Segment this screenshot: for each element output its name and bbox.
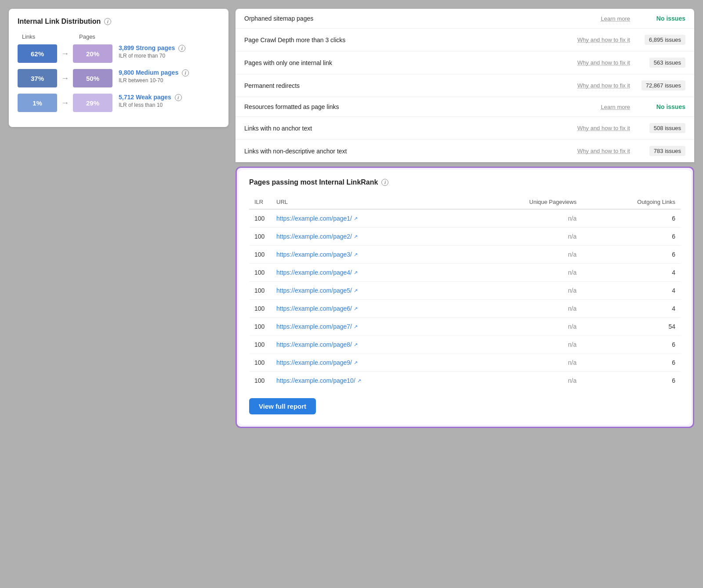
th-pageviews: Unique Pageviews — [464, 195, 582, 209]
issue-link-1[interactable]: Why and how to fix it — [542, 36, 630, 43]
lr-url-link-9[interactable]: https://example.com/page10/ ↗ — [276, 377, 459, 384]
lr-url-8[interactable]: https://example.com/page9/ ↗ — [271, 354, 464, 372]
lr-outlinks-6: 54 — [582, 318, 681, 336]
issue-row-2: Pages with only one internal link Why an… — [236, 51, 694, 74]
issue-row-6: Links with non-descriptive anchor text W… — [236, 140, 694, 162]
lr-ilr-4: 100 — [249, 282, 271, 300]
lr-outlinks-7: 6 — [582, 336, 681, 354]
lr-outlinks-2: 6 — [582, 246, 681, 264]
linkrank-title: Pages passing most Internal LinkRank i — [249, 178, 681, 186]
lr-url-link-6[interactable]: https://example.com/page7/ ↗ — [276, 323, 459, 330]
lr-url-link-3[interactable]: https://example.com/page4/ ↗ — [276, 269, 459, 276]
lr-ilr-5: 100 — [249, 300, 271, 318]
strong-pages-link[interactable]: 3,899 Strong pages i — [119, 44, 185, 52]
right-panel: Orphaned sitemap pages Learn more No iss… — [236, 9, 694, 428]
th-ilr: ILR — [249, 195, 271, 209]
issues-table: Orphaned sitemap pages Learn more No iss… — [236, 9, 694, 162]
lr-pageviews-9: n/a — [464, 372, 582, 390]
lr-url-5[interactable]: https://example.com/page6/ ↗ — [271, 300, 464, 318]
lr-url-link-1[interactable]: https://example.com/page2/ ↗ — [276, 233, 459, 240]
issue-link-6[interactable]: Why and how to fix it — [542, 148, 630, 154]
issue-name-0: Orphaned sitemap pages — [244, 15, 542, 22]
issue-row-1: Page Crawl Depth more than 3 clicks Why … — [236, 29, 694, 51]
external-link-icon: ↗ — [354, 270, 358, 276]
lr-table-row: 100https://example.com/page10/ ↗n/a6 — [249, 372, 681, 390]
lr-pageviews-4: n/a — [464, 282, 582, 300]
lr-table-row: 100https://example.com/page1/ ↗n/a6 — [249, 209, 681, 228]
external-link-icon: ↗ — [354, 324, 358, 330]
linkrank-info-icon[interactable]: i — [381, 179, 388, 186]
lr-table-row: 100https://example.com/page8/ ↗n/a6 — [249, 336, 681, 354]
lr-ilr-8: 100 — [249, 354, 271, 372]
lr-table-row: 100https://example.com/page4/ ↗n/a4 — [249, 264, 681, 282]
issue-link-2[interactable]: Why and how to fix it — [542, 59, 630, 66]
lr-ilr-1: 100 — [249, 228, 271, 246]
info-icon[interactable]: i — [104, 18, 111, 25]
lr-url-3[interactable]: https://example.com/page4/ ↗ — [271, 264, 464, 282]
pages-bar-weak: 29% — [73, 94, 112, 112]
th-url: URL — [271, 195, 464, 209]
lr-pageviews-5: n/a — [464, 300, 582, 318]
lr-url-link-2[interactable]: https://example.com/page3/ ↗ — [276, 251, 459, 258]
issue-row-0: Orphaned sitemap pages Learn more No iss… — [236, 9, 694, 29]
issue-name-1: Page Crawl Depth more than 3 clicks — [244, 36, 542, 44]
external-link-icon: ↗ — [354, 360, 358, 366]
lr-ilr-6: 100 — [249, 318, 271, 336]
issue-row-4: Resources formatted as page links Learn … — [236, 97, 694, 117]
issue-row-3: Permanent redirects Why and how to fix i… — [236, 74, 694, 97]
issue-name-4: Resources formatted as page links — [244, 103, 542, 110]
linkrank-panel: Pages passing most Internal LinkRank i I… — [239, 170, 691, 425]
issue-name-6: Links with non-descriptive anchor text — [244, 148, 542, 155]
medium-pages-link[interactable]: 9,800 Medium pages i — [119, 69, 189, 76]
strong-info-icon[interactable]: i — [178, 45, 185, 52]
medium-info-icon[interactable]: i — [182, 69, 189, 76]
issue-name-3: Permanent redirects — [244, 82, 542, 89]
lr-ilr-9: 100 — [249, 372, 271, 390]
arrow-strong: → — [57, 44, 73, 63]
lr-table-row: 100https://example.com/page7/ ↗n/a54 — [249, 318, 681, 336]
weak-info-icon[interactable]: i — [175, 94, 182, 101]
lr-url-link-0[interactable]: https://example.com/page1/ ↗ — [276, 215, 459, 222]
lr-url-4[interactable]: https://example.com/page5/ ↗ — [271, 282, 464, 300]
lr-ilr-2: 100 — [249, 246, 271, 264]
lr-url-link-7[interactable]: https://example.com/page8/ ↗ — [276, 341, 459, 348]
lr-url-1[interactable]: https://example.com/page2/ ↗ — [271, 228, 464, 246]
left-panel-title-text: Internal Link Distribution — [18, 18, 101, 25]
lr-url-link-5[interactable]: https://example.com/page6/ ↗ — [276, 305, 459, 312]
row-label-medium: 9,800 Medium pages i ILR between 10-70 — [119, 69, 189, 83]
issue-name-2: Pages with only one internal link — [244, 59, 542, 66]
lr-url-2[interactable]: https://example.com/page3/ ↗ — [271, 246, 464, 264]
left-panel-title: Internal Link Distribution i — [18, 18, 220, 25]
linkrank-table: ILR URL Unique Pageviews Outgoing Links … — [249, 195, 681, 389]
weak-pages-link[interactable]: 5,712 Weak pages i — [119, 94, 182, 101]
row-label-strong: 3,899 Strong pages i ILR of more than 70 — [119, 44, 185, 59]
issue-link-3[interactable]: Why and how to fix it — [542, 82, 630, 89]
lr-table-row: 100https://example.com/page6/ ↗n/a4 — [249, 300, 681, 318]
issue-name-5: Links with no anchor text — [244, 125, 542, 132]
issue-badge-4: No issues — [637, 103, 685, 110]
view-full-report-button[interactable]: View full report — [249, 398, 316, 414]
lr-outlinks-0: 6 — [582, 209, 681, 228]
external-link-icon: ↗ — [354, 216, 358, 221]
lr-url-link-4[interactable]: https://example.com/page5/ ↗ — [276, 287, 459, 294]
linkrank-panel-wrapper: Pages passing most Internal LinkRank i I… — [236, 167, 694, 428]
lr-table-header: ILR URL Unique Pageviews Outgoing Links — [249, 195, 681, 209]
issue-link-0[interactable]: Learn more — [542, 15, 630, 22]
col-links-header: Links — [22, 33, 66, 40]
external-link-icon: ↗ — [357, 378, 361, 384]
row-label-weak: 5,712 Weak pages i ILR of less than 10 — [119, 94, 182, 108]
lr-pageviews-7: n/a — [464, 336, 582, 354]
lr-url-link-8[interactable]: https://example.com/page9/ ↗ — [276, 359, 459, 366]
lr-url-9[interactable]: https://example.com/page10/ ↗ — [271, 372, 464, 390]
col-pages-header: Pages — [79, 33, 123, 40]
lr-url-6[interactable]: https://example.com/page7/ ↗ — [271, 318, 464, 336]
issue-link-4[interactable]: Learn more — [542, 104, 630, 110]
lr-url-0[interactable]: https://example.com/page1/ ↗ — [271, 209, 464, 228]
lr-outlinks-8: 6 — [582, 354, 681, 372]
arrow-medium: → — [57, 69, 73, 87]
lr-table-row: 100https://example.com/page5/ ↗n/a4 — [249, 282, 681, 300]
lr-url-7[interactable]: https://example.com/page8/ ↗ — [271, 336, 464, 354]
issue-link-5[interactable]: Why and how to fix it — [542, 125, 630, 131]
issue-row-5: Links with no anchor text Why and how to… — [236, 117, 694, 140]
col-headers: Links Pages — [22, 33, 220, 40]
